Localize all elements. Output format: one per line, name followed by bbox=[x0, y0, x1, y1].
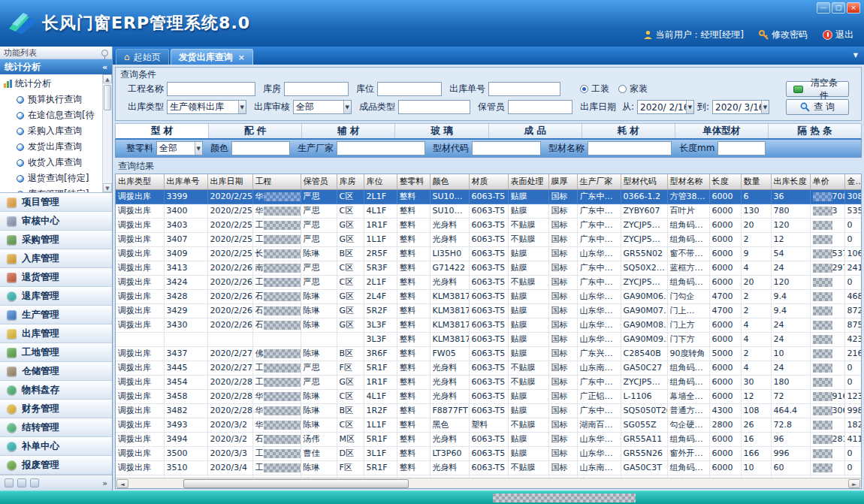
tree-item[interactable]: 库存管理[待定] bbox=[2, 186, 101, 193]
tree-item[interactable]: 采购入库查询 bbox=[2, 123, 101, 139]
sidebar-item-replenishment[interactable]: 补单中心 bbox=[0, 437, 112, 456]
table-row[interactable]: 调拨出库34072020/2/25工共工程严思G区1L1F整料光身料6063-T… bbox=[116, 232, 861, 246]
scroll-right-button[interactable]: ► bbox=[848, 479, 860, 488]
table-row[interactable]: 调拨出库34302020/2/26石城陈琳G区3L3F整料KLM38176063… bbox=[116, 318, 861, 332]
sidebar-item-inventory[interactable]: 物料盘存 bbox=[0, 381, 112, 400]
overflow-chevron-icon[interactable]: » bbox=[102, 478, 107, 488]
material-tab[interactable]: 型 材 bbox=[116, 124, 209, 138]
sidebar-item-carryover[interactable]: 结转管理 bbox=[0, 418, 112, 437]
table-row[interactable]: 调拨出库34822020/2/28华源陈琳B区1R2F整料F8877FT6063… bbox=[116, 403, 861, 418]
table-row[interactable]: 调拨出库34002020/2/25华源严思C区4L1F整料SU10…6063-T… bbox=[116, 204, 861, 218]
material-tab[interactable]: 配 件 bbox=[209, 124, 302, 138]
table-row[interactable]: 调拨出库34032020/2/25工共工程严思G区1R1F整料光身料6063-T… bbox=[116, 218, 861, 232]
change-password-link[interactable]: 修改密码 bbox=[759, 29, 808, 41]
tab-list-chevron-icon[interactable]: ▼ bbox=[853, 52, 858, 59]
product-type-input[interactable] bbox=[398, 100, 470, 114]
sidebar-item-sites[interactable]: 工地管理 bbox=[0, 343, 112, 362]
outbound-order-no-input[interactable] bbox=[488, 82, 560, 96]
profile-code-input[interactable] bbox=[472, 141, 541, 155]
outbound-audit-select[interactable]: 全部▼ bbox=[293, 100, 352, 114]
column-header[interactable]: 出库日期 bbox=[207, 174, 252, 189]
column-header[interactable]: 表面处理 bbox=[508, 174, 548, 189]
material-tab[interactable]: 玻 璃 bbox=[395, 124, 488, 138]
scroll-left-button[interactable]: ◄ bbox=[116, 479, 128, 488]
table-row[interactable]: 调拨出库34292020/2/26石城陈琳G区5R2F整料KLM38176063… bbox=[116, 303, 861, 318]
scrollbar-thumb[interactable] bbox=[104, 85, 111, 110]
sidebar-item-scrap[interactable]: 报废管理 bbox=[0, 456, 112, 475]
column-header[interactable]: 数量 bbox=[741, 174, 771, 189]
sidebar-item-purchasing[interactable]: 采购管理 bbox=[0, 231, 112, 249]
group-header-statistics[interactable]: 统计分析 « bbox=[0, 59, 112, 74]
footer-module-icon-2[interactable] bbox=[17, 478, 26, 487]
column-header[interactable]: 材质 bbox=[469, 174, 508, 189]
tree-item[interactable]: 收货入库查询 bbox=[2, 155, 101, 171]
material-tab[interactable]: 辅 材 bbox=[302, 124, 395, 138]
color-input[interactable] bbox=[231, 141, 290, 155]
sidebar-item-return-warehouse[interactable]: 退库管理 bbox=[0, 287, 112, 306]
table-row[interactable]: 3L3F整料KLM38176063-T5贴膜国标山东华…GA90M09…门下方6… bbox=[116, 332, 861, 346]
column-header[interactable]: 库位 bbox=[364, 174, 397, 189]
sidebar-item-projects[interactable]: 项目管理 bbox=[0, 193, 112, 212]
sidebar-item-finance[interactable]: 财务管理 bbox=[0, 400, 112, 418]
column-header[interactable]: 金… bbox=[844, 174, 861, 189]
sidebar-item-audit-center[interactable]: 审核中心 bbox=[0, 212, 112, 231]
logout-button[interactable]: 退出 bbox=[823, 29, 853, 41]
material-tab[interactable]: 成 品 bbox=[489, 124, 582, 138]
material-tab[interactable]: 耗 材 bbox=[582, 124, 675, 138]
custodian-input[interactable] bbox=[508, 100, 572, 114]
maximize-button[interactable]: □ bbox=[832, 2, 845, 14]
table-row[interactable]: 调拨出库34932020/3/2华源陈琳C区1L1F整料黑色塑料不贴膜国标湖南百… bbox=[116, 418, 861, 432]
table-row[interactable]: 调拨出库34942020/3/2石辉城汤伟M区5R1F整料光身料6063-T5贴… bbox=[116, 432, 861, 446]
column-header[interactable]: 工程 bbox=[252, 174, 301, 189]
column-header[interactable]: 整零料 bbox=[397, 174, 430, 189]
table-row[interactable]: 调拨出库34372020/2/27佛山陈琳B区3R6F整料FW056063-T5… bbox=[116, 346, 861, 361]
column-header[interactable]: 颜色 bbox=[430, 174, 469, 189]
material-tab[interactable]: 单体型材 bbox=[675, 124, 769, 138]
column-header[interactable]: 生产厂家 bbox=[577, 174, 621, 189]
sidebar-item-outbound[interactable]: 出库管理 bbox=[0, 324, 112, 343]
table-row[interactable]: 调拨出库35102020/3/4工共工程陈琳F区5R1F整料光身料6063-T5… bbox=[116, 460, 861, 475]
column-header[interactable]: 出库单号 bbox=[164, 174, 207, 189]
footer-module-icon-3[interactable] bbox=[30, 478, 39, 487]
table-row[interactable]: 调拨出库34582020/2/28华源陈琳C区4L1F整料光身料6063-T5贴… bbox=[116, 389, 861, 403]
table-row[interactable]: 调拨出库33992020/2/25华源严思C区2L1F整料SU10…6063-T… bbox=[116, 189, 861, 204]
table-row[interactable]: 调拨出库34092020/2/25长网陈琳B区2R5F整料LI35H06063-… bbox=[116, 246, 861, 261]
scrollbar-thumb[interactable] bbox=[183, 479, 409, 488]
minimize-button[interactable]: — bbox=[817, 2, 830, 14]
tab-start-page[interactable]: ⌂ 起始页 bbox=[116, 49, 169, 65]
sidebar-item-inbound[interactable]: 入库管理 bbox=[0, 249, 112, 268]
length-mm-input[interactable] bbox=[717, 141, 766, 155]
search-button[interactable]: 查 询 bbox=[786, 99, 849, 115]
clear-conditions-button[interactable]: 清空条件 bbox=[786, 81, 849, 97]
column-header[interactable]: 型材名称 bbox=[667, 174, 709, 189]
column-header[interactable]: 单价 bbox=[810, 174, 844, 189]
sidebar-item-storage[interactable]: 仓储管理 bbox=[0, 362, 112, 381]
whole-part-select[interactable]: 全部▼ bbox=[156, 141, 203, 155]
sidebar-item-return-goods[interactable]: 退货管理 bbox=[0, 268, 112, 287]
tree-item[interactable]: 发货出库查询 bbox=[2, 139, 101, 155]
tab-shipment-outbound-query[interactable]: 发货出库查询 × bbox=[171, 49, 253, 65]
column-header[interactable]: 膜厚 bbox=[548, 174, 577, 189]
tree-item[interactable]: 预算执行查询 bbox=[2, 92, 101, 107]
close-icon[interactable]: × bbox=[238, 53, 245, 62]
manufacturer-input[interactable] bbox=[337, 141, 425, 155]
storage-location-input[interactable] bbox=[377, 82, 442, 96]
tree-root[interactable]: 统计分析 bbox=[2, 76, 101, 92]
outbound-type-select[interactable]: 生产领料出库▼ bbox=[167, 100, 246, 114]
date-to-picker[interactable]: 2020/ 3/16 ▼ bbox=[712, 100, 769, 114]
date-from-picker[interactable]: 2020/ 2/16 ▼ bbox=[637, 100, 694, 114]
table-row[interactable]: 调拨出库34132020/2/26南川严思C区5R3F整料G714226063-… bbox=[116, 261, 861, 275]
scroll-up-button[interactable]: ▲ bbox=[103, 74, 112, 83]
profile-name-input[interactable] bbox=[588, 141, 672, 155]
column-header[interactable]: 保管员 bbox=[301, 174, 337, 189]
column-header[interactable]: 长度 bbox=[709, 174, 741, 189]
project-name-input[interactable] bbox=[167, 82, 255, 96]
column-header[interactable]: 出库长度 bbox=[771, 174, 810, 189]
warehouse-input[interactable] bbox=[284, 82, 349, 96]
pin-icon[interactable] bbox=[101, 50, 108, 56]
table-row[interactable]: 调拨出库35002020/3/3工共工程曹佳D区3L1F整料LT3P606063… bbox=[116, 446, 861, 460]
column-header[interactable]: 库房 bbox=[337, 174, 364, 189]
tree-item[interactable]: 退货查询[待定] bbox=[2, 171, 101, 186]
sidebar-item-production[interactable]: 生产管理 bbox=[0, 306, 112, 324]
column-header[interactable]: 型材代码 bbox=[621, 174, 667, 189]
